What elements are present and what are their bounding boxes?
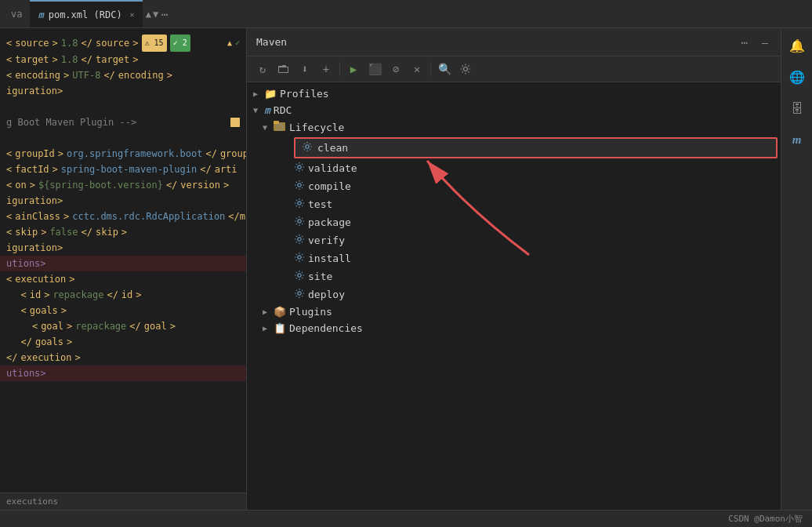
maven-header: Maven ⋯ —	[247, 28, 781, 56]
svg-rect-3	[288, 67, 288, 73]
dependencies-label: Dependencies	[289, 322, 363, 334]
tab-close-icon[interactable]: ✕	[130, 10, 135, 19]
watermark-text: CSDN @Damon小智	[728, 513, 803, 525]
code-text: <	[6, 35, 12, 51]
svg-rect-4	[278, 67, 288, 67]
tree-item-lifecycle[interactable]: ▼ Lifecycle	[247, 118, 781, 136]
svg-point-16	[298, 256, 301, 259]
line-indicators: ▲ ✓	[227, 35, 240, 51]
deploy-label: deploy	[308, 289, 345, 300]
code-line: iguration>	[0, 83, 246, 99]
svg-point-6	[464, 67, 468, 71]
tree-item-rdc[interactable]: ▼ m RDC	[247, 102, 781, 118]
code-line: iguration>	[0, 240, 246, 256]
open-folder-icon[interactable]	[274, 60, 293, 78]
maven-toolbar: ↻ ⬇ + ▶ ⬛ ⊘ ✕ 🔍	[247, 56, 781, 82]
tree-item-validate[interactable]: validate	[247, 159, 781, 177]
plugins-label: Plugins	[289, 306, 332, 318]
notification-icon[interactable]: 🔔	[786, 35, 808, 56]
tree-item-plugins[interactable]: ▶ 📦 Plugins	[247, 303, 781, 320]
gear-icon	[294, 288, 305, 301]
tree-item-package[interactable]: package	[247, 213, 781, 231]
add-icon[interactable]: +	[317, 60, 335, 78]
arrow-down-icon[interactable]: ▼	[153, 9, 158, 20]
expand-arrow: ▶	[253, 89, 261, 98]
tab-nav-arrows[interactable]: ▲ ▼	[146, 9, 158, 20]
code-line: <target>1.8</target>	[0, 52, 246, 67]
code-status-bar: executions	[0, 492, 246, 510]
browser-icon[interactable]: 🌐	[786, 66, 808, 88]
code-line: <on>${spring-boot.version}</version>	[0, 177, 246, 193]
lifecycle-folder-icon	[274, 121, 286, 134]
right-sidebar: 🔔 🌐 🗄 m	[781, 28, 812, 510]
svg-point-12	[298, 184, 301, 187]
svg-point-18	[298, 292, 301, 295]
database-icon[interactable]: 🗄	[786, 97, 808, 119]
ok-badge: ✓ 2	[170, 35, 190, 52]
gear-icon	[294, 216, 305, 229]
settings-icon[interactable]	[456, 60, 475, 78]
refresh-icon[interactable]: ↻	[253, 60, 272, 78]
code-line: <goal>repackage</goal>	[0, 318, 246, 334]
code-line	[0, 99, 246, 114]
svg-point-11	[298, 165, 301, 169]
more-options-icon[interactable]: ⋯	[735, 33, 754, 52]
test-label: test	[308, 198, 332, 210]
maven-tree[interactable]: ▶ 📁 Profiles ▼ m RDC ▼ Lifecycle	[247, 82, 781, 510]
arrow-up-icon[interactable]: ▲	[146, 9, 151, 20]
tab-file1[interactable]: va	[3, 0, 30, 27]
tab-file1-label: va	[11, 9, 22, 20]
maven-side-icon[interactable]: m	[786, 129, 808, 151]
tab-more-icon[interactable]: ⋯	[161, 8, 168, 20]
tree-item-dependencies[interactable]: ▶ 📋 Dependencies	[247, 320, 781, 336]
code-line: </goals>	[0, 334, 246, 350]
gear-icon	[294, 252, 305, 265]
expand-arrow: ▶	[263, 307, 270, 316]
tab-pom[interactable]: m pom.xml (RDC) ✕	[30, 0, 142, 27]
minimize-icon[interactable]: —	[756, 33, 774, 52]
gear-icon	[302, 141, 313, 154]
folder-icon: 📁	[264, 88, 277, 100]
skip-tests-icon[interactable]: ⊘	[386, 60, 405, 78]
code-line: <skip>false</skip>	[0, 224, 246, 240]
profiles-label: Profiles	[280, 88, 329, 100]
tree-item-profiles[interactable]: ▶ 📁 Profiles	[247, 85, 781, 102]
warn-badge: ⚠ 15	[142, 35, 167, 52]
tree-item-compile[interactable]: compile	[247, 177, 781, 195]
expand-arrow: ▼	[253, 106, 261, 114]
stop-icon[interactable]: ⬛	[365, 60, 384, 78]
tree-item-install[interactable]: install	[247, 249, 781, 267]
svg-rect-2	[278, 72, 288, 73]
tab-pom-maven-icon: m	[38, 9, 43, 20]
tree-item-test[interactable]: test	[247, 195, 781, 213]
run-icon[interactable]: ▶	[344, 60, 363, 78]
bottom-bar: CSDN @Damon小智	[0, 510, 812, 527]
download-icon[interactable]: ⬇	[295, 60, 314, 78]
tree-item-clean[interactable]: clean	[294, 137, 778, 158]
code-line: utions>	[0, 365, 246, 381]
tree-item-deploy[interactable]: deploy	[247, 285, 781, 303]
tree-item-verify[interactable]: verify	[247, 231, 781, 249]
tab-bar: va m pom.xml (RDC) ✕ ▲ ▼ ⋯	[0, 0, 812, 28]
yellow-marker	[230, 118, 240, 127]
gear-icon	[294, 162, 305, 175]
status-text: executions	[6, 496, 58, 507]
tab-pom-label: pom.xml (RDC)	[49, 9, 122, 20]
gear-icon	[294, 180, 305, 193]
code-line: <encoding>UTF-8</encoding>	[0, 67, 246, 83]
gear-icon	[294, 198, 305, 211]
code-editor[interactable]: <source>1.8</source> ⚠ 15 ✓ 2 ▲ ✓ <targe…	[0, 28, 246, 387]
verify-label: verify	[308, 234, 345, 246]
gear-icon	[294, 234, 305, 247]
expand-arrow: ▶	[263, 324, 270, 333]
svg-rect-8	[274, 121, 279, 124]
code-line: <ainClass>cctc.dms.rdc.RdcApplication</m	[0, 209, 246, 224]
svg-point-17	[298, 274, 301, 277]
cancel-icon[interactable]: ✕	[408, 60, 426, 78]
search-icon[interactable]: 🔍	[435, 60, 454, 78]
tree-item-site[interactable]: site	[247, 267, 781, 285]
plugins-icon: 📦	[274, 306, 286, 318]
code-line: g Boot Maven Plugin -->	[0, 114, 246, 130]
maven-title: Maven	[247, 36, 296, 48]
svg-point-14	[298, 220, 301, 223]
